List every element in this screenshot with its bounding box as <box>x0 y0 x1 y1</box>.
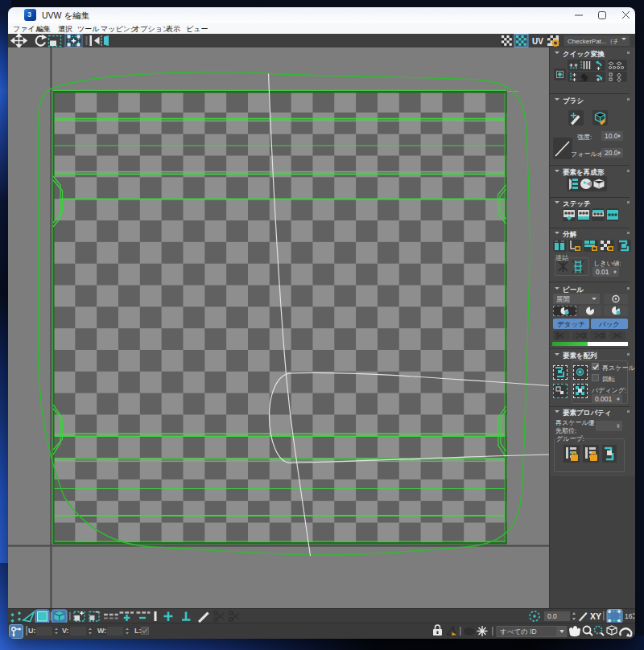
svg-text:0.0: 0.0 <box>547 612 557 620</box>
svg-text:XY: XY <box>590 611 601 621</box>
svg-text:すべての ID: すべての ID <box>500 627 537 636</box>
svg-text:16: 16 <box>625 612 633 620</box>
svg-text:UV: UV <box>532 37 543 46</box>
